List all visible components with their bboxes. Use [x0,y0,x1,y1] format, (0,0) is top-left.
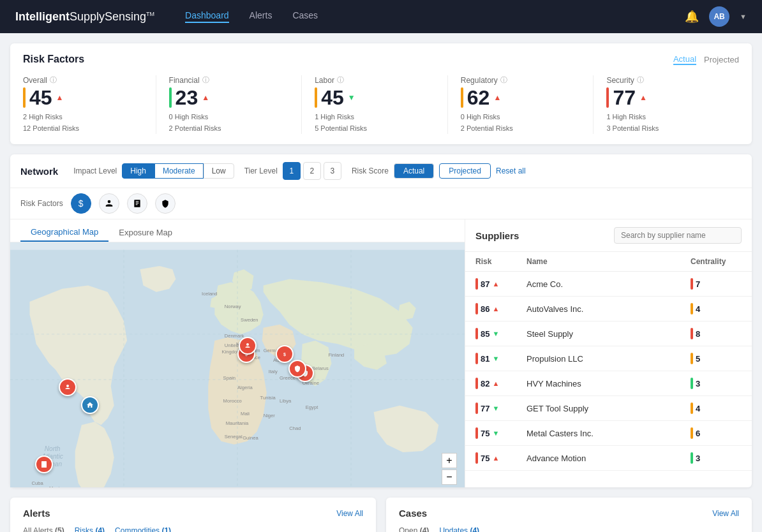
trend-up-icon: ▲ [492,454,499,462]
svg-text:Norway: Norway [225,304,241,309]
table-row[interactable]: 87 ▲ Acme Co. 7 [465,272,752,297]
supplier-search-input[interactable] [614,227,742,244]
alerts-tab-commodities[interactable]: Commodities (1) [115,526,171,532]
metric-score-row: 45 ▼ [315,87,435,108]
risk-score-value: 85 [481,329,489,339]
rf-labor-icon[interactable] [99,193,119,214]
brand-prefix: Intelligent [15,10,70,23]
svg-text:Senegal: Senegal [225,434,243,440]
tab-geographical-map[interactable]: Geographical Map [20,223,108,242]
table-row[interactable]: 85 ▼ Steel Supply 8 [465,321,752,346]
svg-point-49 [66,385,69,387]
map-section: Geographical Map Exposure Map [10,219,465,487]
centrality-value: 5 [696,354,700,364]
map-container: North Atlantic Ocean United States Mexic… [10,242,465,487]
trend-down-icon: ▼ [492,330,499,337]
score-label: Risk Score [352,166,389,175]
metric-item-regulatory: Regulatory ⓘ 62 ▲ 0 High Risks 2 Potenti… [448,75,594,134]
centrality-value: 4 [696,304,700,314]
info-icon[interactable]: ⓘ [50,75,57,85]
impact-low-btn[interactable]: Low [204,163,234,179]
tier-1-btn[interactable]: 1 [283,162,301,180]
centrality-value: 3 [696,454,700,463]
tab-exposure-map[interactable]: Exposure Map [108,223,183,242]
info-icon[interactable]: ⓘ [637,75,644,85]
info-icon[interactable]: ⓘ [202,75,209,85]
metric-trend-icon: ▲ [493,93,501,102]
cases-tab-updates[interactable]: Updates (4) [439,526,479,532]
supplier-pin-reg[interactable] [35,455,53,473]
centrality-cell: 3 [691,452,742,464]
table-row[interactable]: 81 ▼ Propulsion LLC 5 [465,346,752,371]
risk-factors-icons-toolbar: Risk Factors $ [10,188,752,219]
cases-header: Cases View All [399,508,739,519]
risk-bar [475,303,478,314]
zoom-in-btn[interactable]: + [442,453,457,468]
svg-text:Denmark: Denmark [225,333,244,339]
rf-security-icon[interactable] [155,193,176,214]
risk-toggle: Actual Projected [673,54,739,65]
main-content: Risk Factors Actual Projected Overall ⓘ … [0,33,762,532]
svg-text:Guinea: Guinea [243,435,258,441]
chevron-down-icon[interactable]: ▼ [740,13,747,20]
info-icon[interactable]: ⓘ [337,75,344,85]
risk-cell: 85 ▼ [475,328,527,339]
alerts-tab-all-alerts[interactable]: All Alerts (5) [23,526,64,532]
alerts-title: Alerts [23,508,50,519]
impact-high-btn[interactable]: High [122,163,154,179]
network-title: Network [20,166,58,177]
centrality-bar [691,278,693,290]
table-row[interactable]: 86 ▲ AutoValves Inc. 4 [465,297,752,321]
trend-up-icon: ▲ [492,305,499,313]
supplier-pin-labor[interactable] [59,378,77,396]
col-name: Name [527,257,691,266]
supplier-pin-2[interactable]: $ [276,345,294,363]
alerts-view-all[interactable]: View All [336,509,363,518]
metric-score-row: 62 ▲ [461,87,581,108]
centrality-value: 8 [696,329,700,339]
metric-item-labor: Labor ⓘ 45 ▼ 1 High Risks 5 Potential Ri… [302,75,448,134]
cases-view-all[interactable]: View All [712,509,739,518]
score-actual-btn[interactable]: Actual [394,163,434,179]
tier-3-btn[interactable]: 3 [324,162,341,180]
metric-color-bar [23,87,26,108]
cases-title: Cases [399,508,427,519]
centrality-bar [691,378,693,389]
risk-bar [475,452,478,464]
suppliers-table-header: Risk Name Centrality [465,252,752,272]
supplier-pin-home[interactable] [81,396,99,414]
metric-color-bar [606,87,609,108]
metric-score-row: 77 ▲ [606,87,726,108]
table-row[interactable]: 77 ▼ GET Tool Supply 4 [465,396,752,421]
table-row[interactable]: 75 ▲ Advance Motion 3 [465,446,752,471]
table-row[interactable]: 75 ▼ Metal Casters Inc. 6 [465,421,752,446]
info-icon[interactable]: ⓘ [500,75,507,85]
toggle-actual[interactable]: Actual [673,54,696,65]
metric-trend-icon: ▲ [202,93,209,102]
table-row[interactable]: 82 ▲ HVY Machines 3 [465,371,752,396]
alerts-tab-risks[interactable]: Risks (4) [75,526,105,532]
toggle-projected[interactable]: Projected [704,54,739,65]
impact-moderate-btn[interactable]: Moderate [154,163,204,179]
svg-rect-50 [41,461,47,468]
nav-dashboard[interactable]: Dashboard [185,10,229,23]
risk-bar [475,403,478,414]
bottom-row: Alerts View All All Alerts (5)Risks (4)C… [10,498,752,532]
metric-score-value: 45 [321,87,344,108]
alerts-card: Alerts View All All Alerts (5)Risks (4)C… [10,498,376,532]
reset-all-btn[interactable]: Reset all [496,166,526,175]
supplier-pin-5[interactable] [288,360,306,378]
nav-cases[interactable]: Cases [292,10,318,23]
tier-2-btn[interactable]: 2 [303,162,321,180]
score-projected-btn[interactable]: Projected [439,163,491,179]
rf-dollar-icon[interactable]: $ [71,193,91,214]
centrality-bar [691,303,693,314]
cases-tab-open[interactable]: Open (4) [399,526,429,532]
supplier-pin-3[interactable] [239,337,257,355]
rf-regulatory-icon[interactable] [127,193,147,214]
nav-alerts[interactable]: Alerts [250,10,273,23]
user-avatar[interactable]: AB [709,6,729,27]
zoom-out-btn[interactable]: − [442,469,457,485]
notifications-icon[interactable]: 🔔 [685,10,699,24]
trend-down-icon: ▼ [492,429,499,437]
